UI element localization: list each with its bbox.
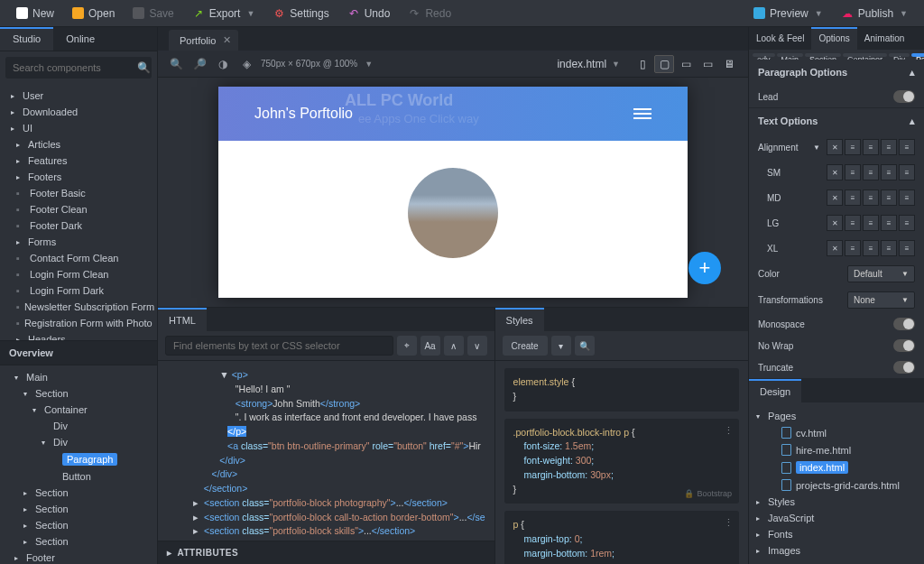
create-dropdown[interactable]: ▾ bbox=[551, 336, 571, 356]
tab-animation[interactable]: Animation bbox=[857, 27, 911, 50]
tree-item[interactable]: ▪Footer Basic bbox=[0, 185, 157, 201]
design-section[interactable]: ▾Pages bbox=[749, 408, 924, 424]
overview-item[interactable]: Button bbox=[0, 468, 157, 485]
text-options-header[interactable]: Text Options▴ bbox=[749, 108, 924, 134]
overview-item[interactable]: ▸Section bbox=[0, 517, 157, 533]
truncate-toggle[interactable] bbox=[893, 361, 915, 374]
styles-code[interactable]: element.style { } ⋮ .portfolio-block.blo… bbox=[495, 361, 748, 564]
tab-design[interactable]: Design bbox=[749, 379, 801, 402]
tree-item[interactable]: ▸Headers bbox=[0, 331, 157, 340]
tree-item[interactable]: ▸Features bbox=[0, 153, 157, 169]
open-button[interactable]: Open bbox=[63, 4, 124, 23]
redo-button[interactable]: ↷Redo bbox=[399, 4, 460, 23]
html-search-input[interactable] bbox=[165, 336, 393, 356]
settings-button[interactable]: ⚙Settings bbox=[263, 4, 337, 23]
tree-item[interactable]: ▪Login Form Clean bbox=[0, 266, 157, 282]
overview-item[interactable]: ▾Div bbox=[0, 434, 157, 450]
tree-item[interactable]: ▪Login Form Dark bbox=[0, 282, 157, 299]
design-section[interactable]: ▸JavaScript bbox=[749, 510, 924, 526]
device-laptop[interactable]: ▭ bbox=[698, 55, 717, 73]
design-section[interactable]: ▸Fonts bbox=[749, 526, 924, 542]
tab-online[interactable]: Online bbox=[53, 27, 107, 51]
save-button[interactable]: Save bbox=[124, 4, 182, 23]
tree-item[interactable]: ▸Articles bbox=[0, 136, 157, 153]
crumb[interactable]: Section bbox=[805, 53, 841, 57]
design-canvas[interactable]: ALL PC World ee Apps One Click way John'… bbox=[218, 87, 688, 298]
tree-item[interactable]: ▸Forms bbox=[0, 234, 157, 250]
design-section[interactable]: ▸Images bbox=[749, 542, 924, 559]
search-icon[interactable]: 🔍 bbox=[137, 61, 150, 74]
device-phone[interactable]: ▯ bbox=[633, 55, 652, 73]
rule-menu-icon[interactable]: ⋮ bbox=[724, 516, 734, 531]
tree-item[interactable]: ▪Newsletter Subscription Form bbox=[0, 299, 157, 315]
css-rule[interactable]: element.style { } bbox=[504, 368, 739, 411]
page-file[interactable]: index.html bbox=[762, 458, 924, 476]
overview-item[interactable]: Paragraph bbox=[0, 450, 157, 468]
styles-tab[interactable]: Styles bbox=[495, 308, 544, 331]
close-icon[interactable]: ✕ bbox=[223, 34, 231, 46]
tree-item[interactable]: ▸Downloaded bbox=[0, 104, 157, 120]
attributes-header[interactable]: ▸ATTRIBUTES bbox=[158, 541, 494, 564]
design-stage[interactable]: ALL PC World ee Apps One Click way John'… bbox=[158, 78, 748, 307]
preview-button[interactable]: Preview▼ bbox=[744, 4, 832, 23]
tree-item[interactable]: ▸Footers bbox=[0, 169, 157, 185]
tab-look-feel[interactable]: Look & Feel bbox=[749, 27, 811, 50]
layers-icon[interactable]: ◈ bbox=[237, 55, 255, 73]
nowrap-toggle[interactable] bbox=[893, 339, 915, 352]
device-tablet[interactable]: ▢ bbox=[654, 55, 674, 73]
case-icon[interactable]: Aa bbox=[420, 336, 440, 356]
undo-button[interactable]: ↶Undo bbox=[338, 4, 400, 23]
align-justify[interactable]: ≡ bbox=[899, 139, 915, 155]
tree-item[interactable]: ▪Footer Clean bbox=[0, 201, 157, 217]
eye-icon[interactable]: ◑ bbox=[214, 55, 232, 73]
search-input[interactable] bbox=[13, 62, 137, 73]
design-section[interactable]: ▸Styles bbox=[749, 494, 924, 510]
zoom-out-icon[interactable]: 🔎 bbox=[190, 55, 208, 73]
overview-item[interactable]: ▸Footer bbox=[0, 550, 157, 564]
file-selector[interactable]: index.html▼ bbox=[550, 55, 627, 73]
crumb[interactable]: Paragraph bbox=[911, 53, 924, 57]
tree-item[interactable]: ▪Footer Dark bbox=[0, 217, 157, 234]
prev-icon[interactable]: ∧ bbox=[444, 336, 464, 356]
html-tab[interactable]: HTML bbox=[158, 308, 207, 331]
overview-item[interactable]: Div bbox=[0, 418, 157, 434]
align-none[interactable]: ✕ bbox=[827, 139, 843, 155]
page-file[interactable]: hire-me.html bbox=[762, 441, 924, 458]
export-button[interactable]: ↗Export▼ bbox=[183, 4, 264, 23]
transform-select[interactable]: None▼ bbox=[847, 291, 915, 309]
tree-item[interactable]: ▸User bbox=[0, 88, 157, 104]
next-icon[interactable]: ∨ bbox=[467, 336, 487, 356]
overview-item[interactable]: ▾Main bbox=[0, 369, 157, 385]
align-center[interactable]: ≡ bbox=[863, 139, 879, 155]
align-left[interactable]: ≡ bbox=[845, 139, 861, 155]
component-search[interactable]: 🔍 bbox=[5, 57, 152, 79]
monospace-toggle[interactable] bbox=[893, 318, 915, 330]
tab-studio[interactable]: Studio bbox=[0, 27, 53, 51]
hamburger-icon[interactable] bbox=[633, 108, 651, 119]
crumb[interactable]: ody bbox=[753, 53, 775, 57]
device-desktop[interactable]: 🖥 bbox=[719, 55, 739, 73]
target-icon[interactable]: ⌖ bbox=[397, 336, 417, 356]
paragraph-options-header[interactable]: Paragraph Options▴ bbox=[749, 60, 924, 86]
page-file[interactable]: cv.html bbox=[762, 424, 924, 441]
add-fab[interactable]: + bbox=[688, 252, 721, 284]
crumb[interactable]: Main bbox=[777, 53, 804, 57]
css-rule[interactable]: ⋮ .portfolio-block.block-intro p { font-… bbox=[504, 419, 739, 504]
tree-item[interactable]: ▪Contact Form Clean bbox=[0, 250, 157, 266]
overview-item[interactable]: ▸Section bbox=[0, 501, 157, 517]
doc-tab-portfolio[interactable]: Portfolio✕ bbox=[169, 30, 238, 51]
page-file[interactable]: projects-grid-cards.html bbox=[762, 476, 924, 494]
new-button[interactable]: New bbox=[7, 4, 63, 23]
create-button[interactable]: Create bbox=[503, 336, 548, 356]
lead-toggle[interactable] bbox=[893, 90, 915, 103]
overview-item[interactable]: ▾Container bbox=[0, 402, 157, 418]
color-select[interactable]: Default▼ bbox=[847, 265, 915, 282]
overview-item[interactable]: ▾Section bbox=[0, 385, 157, 402]
zoom-in-icon[interactable]: 🔍 bbox=[167, 55, 185, 73]
tree-item[interactable]: ▪Registration Form with Photo bbox=[0, 315, 157, 331]
overview-header[interactable]: Overview bbox=[0, 340, 157, 365]
tab-options[interactable]: Options bbox=[811, 27, 856, 50]
search-styles-icon[interactable]: 🔍 bbox=[575, 336, 595, 356]
device-tablet-landscape[interactable]: ▭ bbox=[676, 55, 696, 73]
tree-item[interactable]: ▸UI bbox=[0, 120, 157, 136]
